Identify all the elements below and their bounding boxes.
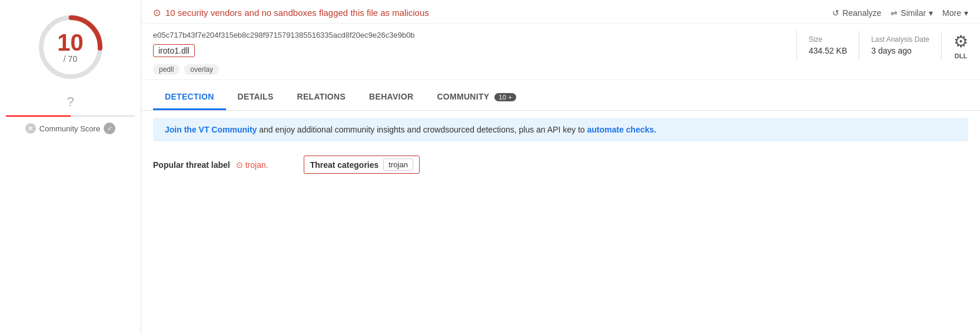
tag-overlay[interactable]: overlay <box>184 64 219 75</box>
close-community-btn[interactable]: ✕ <box>25 123 36 134</box>
dll-label: DLL <box>955 52 967 59</box>
threat-label-warning: ⊙ trojan. <box>236 160 268 170</box>
meta-divider-2 <box>859 31 859 60</box>
file-name-box[interactable]: iroto1.dll <box>153 44 195 57</box>
top-header: ⊙ 10 security vendors and no sandboxes f… <box>141 0 980 24</box>
tab-community-label: COMMUNITY <box>437 92 489 101</box>
alert-message: ⊙ 10 security vendors and no sandboxes f… <box>153 7 429 18</box>
more-label: More <box>942 8 961 18</box>
tab-detection-label: DETECTION <box>165 92 214 101</box>
tag-pedll[interactable]: pedll <box>153 64 180 75</box>
alert-icon: ⊙ <box>153 7 161 18</box>
community-score-label: Community Score <box>39 124 100 133</box>
more-chevron-icon: ▾ <box>964 8 968 18</box>
dll-icon: ⚙ DLL <box>954 32 968 59</box>
file-details-left: e05c717b43f7e204f315eb8c298f971579138551… <box>153 31 796 75</box>
score-circle: 10 / 70 <box>35 12 106 82</box>
tab-community-badge: 10 + <box>494 93 516 101</box>
popular-threat-label-title: Popular threat label <box>153 160 230 170</box>
size-value: 434.52 KB <box>809 46 847 55</box>
meta-size: Size 434.52 KB <box>809 35 847 55</box>
file-meta-right: Size 434.52 KB Last Analysis Date 3 days… <box>796 31 968 60</box>
tab-behavior-label: BEHAVIOR <box>369 92 413 101</box>
last-analysis-value: 3 days ago <box>871 46 929 55</box>
score-number: 10 <box>57 31 84 54</box>
join-vt-community-link[interactable]: Join the VT Community <box>165 125 257 134</box>
reanalyze-label: Reanalyze <box>842 8 881 18</box>
threat-category-tag: trojan <box>383 158 413 171</box>
threat-label-block: Popular threat label ⊙ trojan. <box>153 160 268 170</box>
question-area: ? ✕ Community Score ✓ <box>6 94 135 134</box>
score-divider <box>6 115 135 117</box>
tab-behavior[interactable]: BEHAVIOR <box>357 85 425 110</box>
alert-text: 10 security vendors and no sandboxes fla… <box>165 8 429 18</box>
more-button[interactable]: More ▾ <box>942 8 968 18</box>
meta-divider-3 <box>941 31 942 60</box>
similar-chevron-icon: ▾ <box>929 8 933 18</box>
header-actions: ↺ Reanalyze ⇌ Similar ▾ More ▾ <box>832 8 968 18</box>
meta-divider-1 <box>796 31 797 60</box>
size-label: Size <box>809 35 847 44</box>
meta-last-analysis: Last Analysis Date 3 days ago <box>871 35 929 55</box>
warning-icon: ⊙ <box>236 160 243 170</box>
similar-label: Similar <box>901 8 926 18</box>
gear-icon: ⚙ <box>954 32 968 51</box>
similar-button[interactable]: ⇌ Similar ▾ <box>891 8 933 18</box>
threat-categories-title: Threat categories <box>310 160 379 170</box>
question-icon: ? <box>67 94 74 110</box>
tab-community[interactable]: COMMUNITY 10 + <box>425 85 528 110</box>
left-panel: 10 / 70 ? ✕ Community Score ✓ <box>0 0 141 334</box>
tags-row: pedll overlay <box>153 64 796 75</box>
tab-details-label: DETAILS <box>238 92 274 101</box>
tab-details[interactable]: DETAILS <box>226 85 285 110</box>
tab-relations-label: RELATIONS <box>297 92 346 101</box>
reanalyze-icon: ↺ <box>832 8 839 18</box>
last-analysis-label: Last Analysis Date <box>871 35 929 44</box>
threat-categories-wrapper: Threat categories trojan <box>304 156 420 174</box>
score-total: / 70 <box>57 54 84 64</box>
automate-checks-link[interactable]: automate checks. <box>587 125 656 134</box>
banner-middle-text: and enjoy additional community insights … <box>257 125 587 134</box>
tabs-row: DETECTION DETAILS RELATIONS BEHAVIOR COM… <box>153 85 968 110</box>
tabs-section: DETECTION DETAILS RELATIONS BEHAVIOR COM… <box>141 85 980 111</box>
tab-detection[interactable]: DETECTION <box>153 85 226 110</box>
tab-relations[interactable]: RELATIONS <box>285 85 358 110</box>
reanalyze-button[interactable]: ↺ Reanalyze <box>832 8 881 18</box>
similar-icon: ⇌ <box>891 8 898 18</box>
main-panel: ⊙ 10 security vendors and no sandboxes f… <box>141 0 980 334</box>
community-banner: Join the VT Community and enjoy addition… <box>153 118 968 141</box>
check-community-btn[interactable]: ✓ <box>104 123 115 134</box>
file-info-section: e05c717b43f7e204f315eb8c298f971579138551… <box>141 24 980 80</box>
file-hash: e05c717b43f7e204f315eb8c298f971579138551… <box>153 31 796 39</box>
threat-value: trojan. <box>245 160 268 170</box>
threat-info-section: Popular threat label ⊙ trojan. Threat ca… <box>141 148 980 181</box>
